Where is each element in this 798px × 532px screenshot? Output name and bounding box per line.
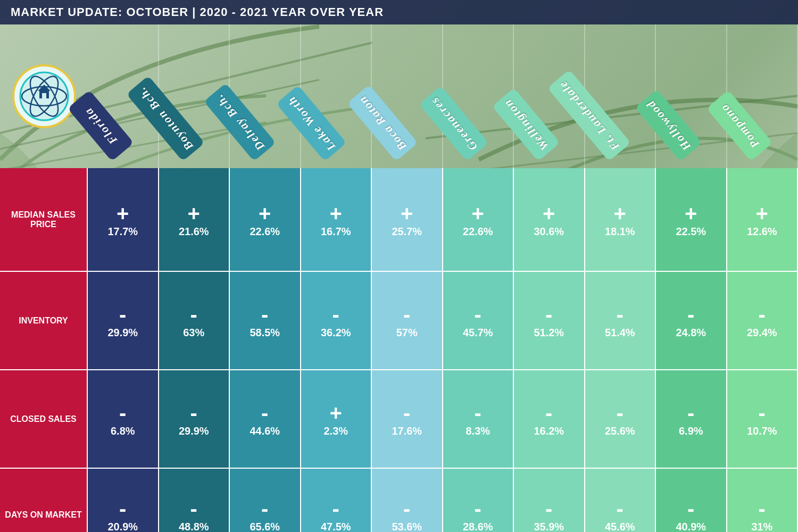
data-rows: +17.7%+21.6%+22.6%+16.7%+25.7%+22.6%+30.… [88,168,798,532]
cell-value-inventory-boynton: 63% [183,327,204,338]
cell-value-closed-ftlauderdale: 25.6% [605,426,635,436]
cell-inventory-boynton: -63% [159,272,230,369]
cell-median-wellington: +30.6% [514,168,585,271]
cell-sign-closed-boynton: - [190,402,197,423]
label-closed: CLOSED SALES [0,370,88,469]
cell-value-days-delray: 65.6% [250,521,280,532]
cell-closed-delray: -44.6% [230,370,301,468]
cell-days-pompano: -31% [727,469,799,532]
cell-sign-inventory-ftlauderdale: - [617,304,624,325]
cell-sign-closed-florida: - [119,402,126,423]
cell-value-inventory-wellington: 51.2% [534,327,564,338]
main-grid: MEDIAN SALES PRICE INVENTORY CLOSED SALE… [0,24,798,532]
cell-days-hollywood: -40.9% [656,469,727,532]
svg-rect-16 [42,93,46,98]
cell-sign-closed-ftlauderdale: - [617,402,624,423]
cell-sign-closed-greenacres: - [475,402,481,423]
cell-value-days-greenacres: 28.6% [463,521,493,532]
cell-value-days-bocaraton: 53.6% [392,521,422,532]
cell-closed-lakeworth: +2.3% [301,370,372,468]
cell-sign-days-greenacres: - [475,498,481,519]
cell-value-median-pompano: 12.6% [747,226,777,237]
cell-value-closed-bocaraton: 17.6% [392,426,422,436]
data-row-days: -20.9%-48.8%-65.6%-47.5%-53.6%-28.6%-35.… [88,469,798,532]
cell-sign-median-pompano: + [756,203,768,224]
cell-value-median-wellington: 30.6% [534,226,564,237]
cell-value-inventory-florida: 29.9% [107,327,138,338]
cell-closed-bocaraton: -17.6% [372,370,443,468]
cell-median-boynton: +21.6% [159,168,230,271]
cell-sign-closed-hollywood: - [687,402,694,423]
cell-sign-median-ftlauderdale: + [614,203,626,224]
column-headers: FloridaBoynton Bch.Delray Bch.Lake Worth… [88,24,798,168]
cell-inventory-bocaraton: -57% [372,272,443,369]
cell-value-closed-pompano: 10.7% [747,426,777,436]
cell-value-days-ftlauderdale: 45.6% [605,521,635,532]
cell-days-ftlauderdale: -45.6% [585,469,656,532]
cell-value-inventory-greenacres: 45.7% [463,327,493,338]
cell-value-closed-hollywood: 6.9% [679,426,703,436]
cell-value-median-bocaraton: 25.7% [392,226,422,237]
cell-value-days-florida: 20.9% [107,521,138,532]
cell-value-days-wellington: 35.9% [534,521,564,532]
cell-sign-median-hollywood: + [685,203,697,224]
cell-sign-inventory-florida: - [119,304,126,325]
cell-sign-closed-lakeworth: + [330,402,342,423]
cell-inventory-ftlauderdale: -51.4% [585,272,656,369]
cell-sign-days-ftlauderdale: - [617,498,624,519]
cell-median-lakeworth: +16.7% [301,168,372,271]
cell-value-inventory-lakeworth: 36.2% [321,327,351,338]
cell-median-delray: +22.6% [230,168,301,271]
cell-sign-inventory-bocaraton: - [403,304,410,325]
cell-sign-median-lakeworth: + [330,203,342,224]
cell-inventory-delray: -58.5% [230,272,301,369]
cell-value-closed-lakeworth: 2.3% [323,426,348,436]
cell-value-median-ftlauderdale: 18.1% [605,226,635,237]
cell-sign-inventory-lakeworth: - [332,304,339,325]
cell-value-median-delray: 22.6% [250,226,280,237]
cell-value-closed-greenacres: 8.3% [466,426,490,436]
cell-value-median-florida: 17.7% [107,226,138,237]
cell-sign-closed-pompano: - [759,402,766,423]
cell-value-days-lakeworth: 47.5% [321,521,351,532]
cell-value-closed-boynton: 29.9% [179,426,209,436]
cell-sign-days-delray: - [261,498,268,519]
cell-days-delray: -65.6% [230,469,301,532]
cell-sign-median-greenacres: + [472,203,484,224]
cell-sign-days-florida: - [119,498,126,519]
cell-inventory-pompano: -29.4% [727,272,799,369]
col-header-hollywood: Hollywood [656,24,727,168]
cell-sign-days-pompano: - [759,498,766,519]
cell-value-inventory-ftlauderdale: 51.4% [605,327,635,338]
cell-median-bocaraton: +25.7% [372,168,443,271]
cell-sign-median-delray: + [259,203,271,224]
cell-inventory-lakeworth: -36.2% [301,272,372,369]
cell-inventory-greenacres: -45.7% [443,272,514,369]
cell-sign-days-boynton: - [190,498,197,519]
label-inventory: INVENTORY [0,272,88,370]
cell-inventory-florida: -29.9% [88,272,159,369]
logo-area [0,24,88,168]
cell-sign-inventory-boynton: - [190,304,197,325]
data-row-median: +17.7%+21.6%+22.6%+16.7%+25.7%+22.6%+30.… [88,168,798,272]
cell-sign-median-boynton: + [188,203,200,224]
cell-closed-ftlauderdale: -25.6% [585,370,656,468]
cell-value-days-hollywood: 40.9% [676,521,706,532]
cell-days-wellington: -35.9% [514,469,585,532]
cell-value-closed-wellington: 16.2% [534,426,564,436]
cell-closed-hollywood: -6.9% [656,370,727,468]
cell-sign-inventory-hollywood: - [687,304,694,325]
label-column: MEDIAN SALES PRICE INVENTORY CLOSED SALE… [0,24,88,532]
data-row-inventory: -29.9%-63%-58.5%-36.2%-57%-45.7%-51.2%-5… [88,272,798,370]
cell-value-median-greenacres: 22.6% [463,226,493,237]
cell-median-florida: +17.7% [88,168,159,271]
cell-sign-days-wellington: - [545,498,552,519]
cell-median-pompano: +12.6% [727,168,799,271]
cell-median-ftlauderdale: +18.1% [585,168,656,271]
cell-inventory-hollywood: -24.8% [656,272,727,369]
logo-circle [12,64,76,128]
cell-sign-median-wellington: + [543,203,555,224]
cell-sign-closed-delray: - [261,402,268,423]
cell-days-florida: -20.9% [88,469,159,532]
cell-sign-days-hollywood: - [687,498,694,519]
